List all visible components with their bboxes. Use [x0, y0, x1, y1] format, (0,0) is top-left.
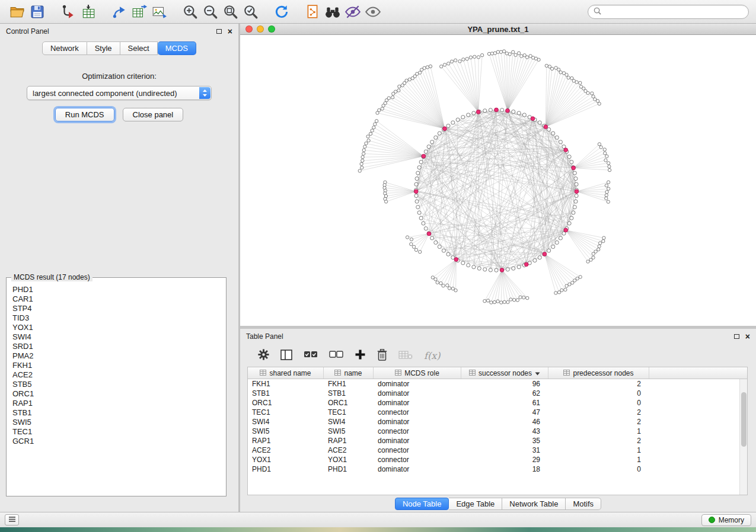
deselect-all-rows-button[interactable] [329, 350, 343, 361]
delete-table-button[interactable] [398, 350, 413, 361]
zoom-fit-button[interactable] [221, 3, 241, 21]
search-box[interactable] [588, 5, 749, 19]
tab-edge-table[interactable]: Edge Table [449, 498, 502, 510]
column-header-name[interactable]: name [324, 367, 374, 379]
table-cell: 96 [461, 380, 548, 388]
float-panel-icon[interactable] [216, 29, 222, 34]
tab-network-table[interactable]: Network Table [502, 498, 566, 510]
tab-motifs[interactable]: Motifs [566, 498, 601, 510]
close-panel-icon[interactable]: × [228, 28, 232, 34]
mcds-result-item[interactable]: STB1 [12, 408, 224, 418]
import-table-button[interactable] [78, 3, 98, 21]
search-network-button[interactable] [323, 3, 343, 21]
table-row[interactable]: TEC1TEC1connector472 [248, 408, 747, 417]
mcds-result-item[interactable]: RAP1 [12, 399, 224, 408]
export-table-button[interactable] [129, 3, 149, 21]
mcds-result-item[interactable]: STB5 [12, 380, 224, 389]
select-all-rows-button[interactable] [304, 350, 318, 361]
show-all-button[interactable] [363, 3, 383, 21]
show-column-panel-button[interactable] [280, 350, 292, 362]
mcds-result-item[interactable]: CAR1 [12, 294, 224, 304]
zoom-in-button[interactable] [180, 3, 200, 21]
tab-node-table[interactable]: Node Table [395, 498, 449, 510]
table-row[interactable]: YOX1YOX1connector291 [248, 455, 747, 464]
network-canvas[interactable] [240, 35, 756, 326]
table-cell: 0 [548, 399, 649, 407]
table-cell: STB1 [324, 389, 374, 398]
mcds-result-item[interactable]: PMA2 [12, 351, 224, 361]
export-network-button[interactable] [109, 3, 129, 21]
table-row[interactable]: PHD1PHD1dominator180 [248, 464, 747, 474]
close-table-panel-icon[interactable]: × [745, 334, 750, 339]
close-window-button[interactable] [245, 25, 253, 33]
float-table-panel-icon[interactable] [734, 334, 739, 339]
columns-icon [280, 350, 292, 362]
refresh-layout-button[interactable] [272, 3, 292, 21]
table-cell: dominator [374, 437, 461, 445]
zoom-selected-icon [243, 4, 259, 20]
network-graph[interactable] [240, 35, 756, 326]
table-row[interactable]: ACE2ACE2connector311 [248, 446, 747, 455]
column-header-shared-name[interactable]: shared name [248, 367, 324, 379]
show-panels-button[interactable] [5, 514, 19, 525]
table-row[interactable]: SWI5SWI5connector431 [248, 427, 747, 436]
close-panel-button[interactable]: Close panel [123, 108, 184, 121]
scrollbar-thumb[interactable] [741, 392, 747, 447]
tab-style[interactable]: Style [87, 41, 120, 55]
copy-network-button[interactable] [302, 3, 323, 21]
tab-network[interactable]: Network [42, 41, 87, 55]
function-builder-button[interactable]: f(x) [424, 350, 440, 361]
mcds-result-item[interactable]: FKH1 [12, 361, 224, 370]
minimize-window-button[interactable] [257, 25, 264, 33]
column-header-label: successor nodes [479, 369, 532, 377]
mcds-result-item[interactable]: SRD1 [12, 342, 224, 351]
export-image-button[interactable] [149, 3, 170, 21]
search-input[interactable] [605, 8, 743, 16]
network-window-title: YPA_prune.txt_1 [467, 25, 528, 34]
save-session-button[interactable] [27, 3, 47, 21]
memory-button[interactable]: Memory [701, 514, 751, 526]
mcds-result-item[interactable]: ACE2 [12, 370, 224, 380]
column-header-MCDS-role[interactable]: MCDS role [374, 367, 461, 379]
mcds-result-item[interactable]: SWI5 [12, 418, 224, 427]
run-mcds-button[interactable]: Run MCDS [55, 108, 114, 121]
table-row[interactable]: ORC1ORC1dominator610 [248, 398, 747, 408]
table-cell: SWI5 [248, 427, 324, 435]
eye-icon [365, 5, 381, 19]
export-network-icon [111, 4, 127, 20]
network-window-titlebar[interactable]: YPA_prune.txt_1 [240, 24, 756, 35]
table-settings-button[interactable] [258, 349, 269, 362]
mcds-result-item[interactable]: STP4 [12, 304, 224, 313]
mcds-result-item[interactable]: TID3 [12, 313, 224, 323]
optimization-criterion-select[interactable]: largest connected component (undirected) [27, 86, 212, 100]
zoom-selected-button[interactable] [241, 3, 261, 21]
table-row[interactable]: SWI4SWI4dominator462 [248, 417, 747, 427]
table-cell: connector [374, 446, 461, 454]
table-scrollbar[interactable] [739, 379, 747, 495]
tab-mcds[interactable]: MCDS [158, 41, 196, 55]
column-header-label: predecessor nodes [573, 369, 633, 377]
mcds-result-item[interactable]: ORC1 [12, 389, 224, 399]
hide-selected-button[interactable] [343, 3, 363, 21]
table-cell: ORC1 [248, 399, 324, 407]
delete-column-button[interactable] [377, 349, 387, 363]
mcds-result-item[interactable]: SWI4 [12, 332, 224, 342]
mcds-result-item[interactable]: YOX1 [12, 323, 224, 332]
table-row[interactable]: STB1STB1dominator620 [248, 389, 747, 398]
tab-select[interactable]: Select [120, 41, 158, 55]
column-header-predecessor-nodes[interactable]: predecessor nodes [548, 367, 649, 379]
column-header-successor-nodes[interactable]: successor nodes [461, 367, 548, 379]
mcds-result-item[interactable]: PHD1 [12, 285, 224, 294]
zoom-window-button[interactable] [268, 25, 275, 33]
status-bar: Memory [0, 512, 756, 527]
zoom-out-button[interactable] [200, 3, 221, 21]
mcds-result-item[interactable]: TEC1 [12, 427, 224, 437]
mcds-result-item[interactable]: GCR1 [12, 437, 224, 446]
table-row[interactable]: RAP1RAP1dominator352 [248, 436, 747, 446]
table-row[interactable]: FKH1FKH1dominator962 [248, 379, 747, 389]
open-file-button[interactable] [7, 3, 27, 21]
table-cell: connector [374, 408, 461, 416]
column-menu-icon [260, 369, 266, 377]
import-network-button[interactable] [58, 3, 78, 21]
create-column-button[interactable] [355, 349, 366, 362]
